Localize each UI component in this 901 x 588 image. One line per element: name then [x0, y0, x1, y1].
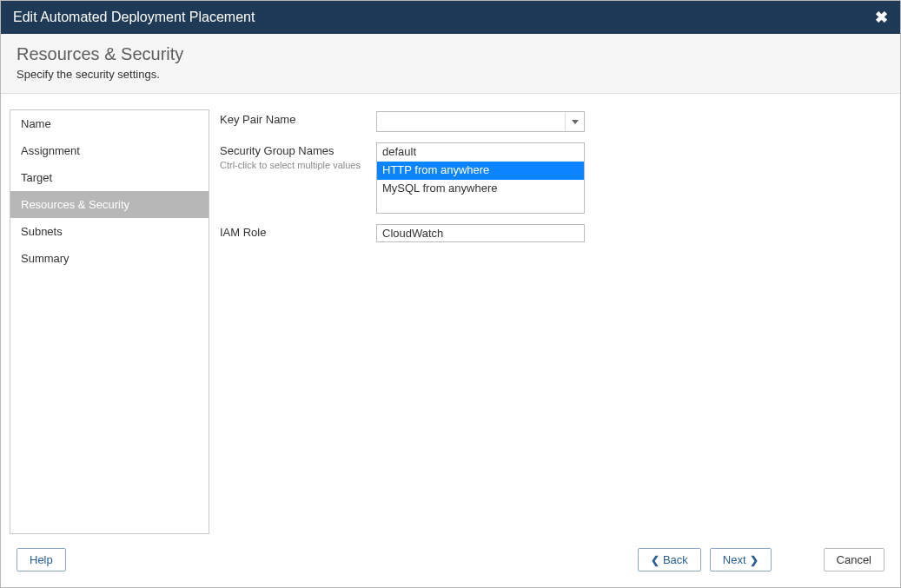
sidebar-item-assignment[interactable]: Assignment — [10, 137, 209, 164]
row-key-pair: Key Pair Name — [220, 111, 884, 132]
row-security-groups: Security Group Names Ctrl-click to selec… — [220, 142, 884, 214]
next-button[interactable]: Next ❯ — [710, 548, 772, 571]
back-button[interactable]: ❮ Back — [638, 548, 701, 571]
titlebar: Edit Automated Deployment Placement ✖ — [1, 1, 900, 34]
sidebar-item-subnets[interactable]: Subnets — [10, 218, 209, 245]
label-key-pair: Key Pair Name — [220, 111, 376, 126]
iam-role-listbox[interactable]: CloudWatch — [376, 224, 585, 242]
iam-role-value: CloudWatch — [382, 227, 443, 240]
cancel-button[interactable]: Cancel — [824, 548, 884, 571]
next-label: Next — [723, 553, 746, 566]
dialog: Edit Automated Deployment Placement ✖ Re… — [0, 0, 901, 588]
back-label: Back — [663, 553, 688, 566]
sidebar-item-resources-security[interactable]: Resources & Security — [10, 191, 209, 218]
hint-security-groups: Ctrl-click to select multiple values — [220, 159, 376, 171]
security-group-option[interactable]: MySQL from anywhere — [377, 180, 584, 198]
key-pair-dropdown[interactable] — [376, 111, 585, 132]
dialog-title: Edit Automated Deployment Placement — [13, 10, 255, 25]
sidebar-item-target[interactable]: Target — [10, 164, 209, 191]
footer: Help ❮ Back Next ❯ Cancel — [1, 541, 900, 587]
security-groups-listbox[interactable]: default HTTP from anywhere MySQL from an… — [376, 142, 585, 214]
page-heading: Resources & Security — [17, 44, 884, 64]
chevron-left-icon: ❮ — [651, 554, 659, 566]
close-icon[interactable]: ✖ — [875, 8, 888, 27]
label-iam-role: IAM Role — [220, 224, 376, 239]
sidebar-item-name[interactable]: Name — [10, 110, 209, 137]
wizard-sidebar: Name Assignment Target Resources & Secur… — [10, 109, 209, 534]
row-iam-role: IAM Role CloudWatch — [220, 224, 884, 242]
help-button[interactable]: Help — [17, 548, 66, 571]
security-group-option[interactable]: HTTP from anywhere — [377, 162, 584, 180]
chevron-right-icon: ❯ — [750, 554, 759, 566]
page-description: Specify the security settings. — [17, 68, 884, 81]
label-security-groups-text: Security Group Names — [220, 144, 335, 157]
body: Name Assignment Target Resources & Secur… — [1, 94, 900, 541]
sidebar-item-summary[interactable]: Summary — [10, 245, 209, 272]
label-security-groups: Security Group Names Ctrl-click to selec… — [220, 142, 376, 171]
security-group-option[interactable]: default — [377, 143, 584, 162]
form-area: Key Pair Name Security Group Names Ctrl-… — [220, 109, 884, 534]
chevron-down-icon — [565, 112, 584, 131]
subheader: Resources & Security Specify the securit… — [1, 34, 900, 94]
